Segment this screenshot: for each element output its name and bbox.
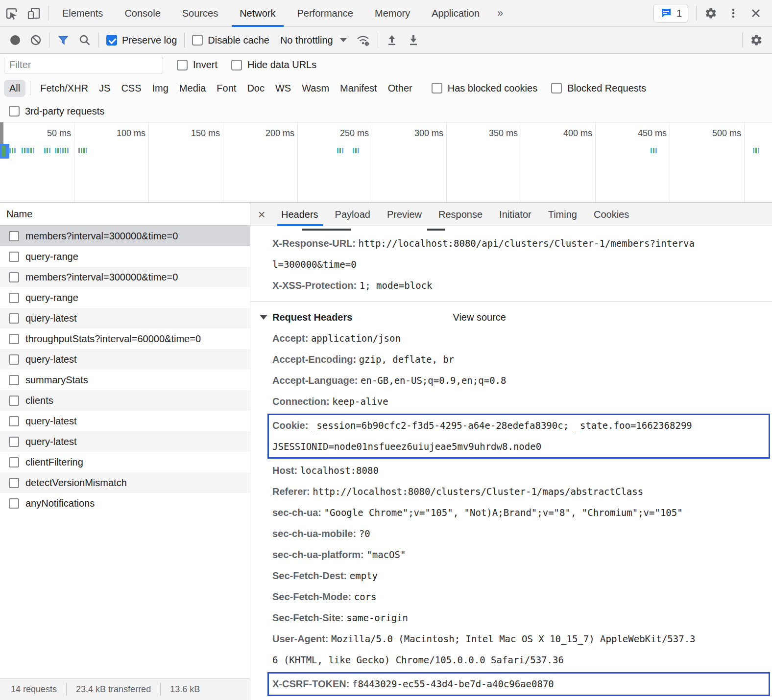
import-har-button[interactable] bbox=[381, 34, 403, 47]
request-row[interactable]: detectVersionMismatch bbox=[0, 472, 250, 493]
type-filter-all[interactable]: All bbox=[4, 80, 25, 97]
mark-dash bbox=[55, 148, 56, 153]
request-checkbox[interactable] bbox=[9, 375, 19, 385]
request-row[interactable]: summaryStats bbox=[0, 370, 250, 390]
type-filter-other[interactable]: Other bbox=[383, 80, 418, 97]
type-filter-wasm[interactable]: Wasm bbox=[296, 80, 335, 97]
has-blocked-cookies-checkbox[interactable] bbox=[432, 83, 442, 93]
request-checkbox[interactable] bbox=[9, 498, 19, 509]
details-tab-payload[interactable]: Payload bbox=[327, 203, 379, 226]
request-row[interactable]: query-range bbox=[0, 246, 250, 267]
main-tab-elements[interactable]: Elements bbox=[51, 0, 114, 27]
request-row[interactable]: query-latest bbox=[0, 349, 250, 370]
throttling-value: No throttling bbox=[280, 35, 333, 46]
throttling-dropdown[interactable]: No throttling bbox=[274, 35, 351, 46]
main-tab-network[interactable]: Network bbox=[229, 0, 286, 27]
device-toolbar-button[interactable] bbox=[23, 0, 45, 27]
waterfall-overview[interactable]: 50 ms100 ms150 ms200 ms250 ms300 ms350 m… bbox=[0, 122, 772, 203]
request-row[interactable]: members?interval=300000&time=0 bbox=[0, 267, 250, 287]
details-tab-response[interactable]: Response bbox=[430, 203, 491, 226]
type-filter-manifest[interactable]: Manifest bbox=[335, 80, 383, 97]
mark-dash bbox=[755, 148, 757, 153]
header-value: Mozilla/5.0 (Macintosh; Intel Mac OS X 1… bbox=[331, 633, 696, 644]
type-filter-img[interactable]: Img bbox=[147, 80, 174, 97]
request-row[interactable]: query-range bbox=[0, 287, 250, 308]
request-row[interactable]: query-latest bbox=[0, 411, 250, 431]
request-checkbox[interactable] bbox=[9, 334, 19, 344]
disable-cache-toggle[interactable]: Disable cache bbox=[188, 35, 274, 46]
request-row[interactable]: clients bbox=[0, 390, 250, 411]
main-tab-console[interactable]: Console bbox=[114, 0, 171, 27]
invert-toggle[interactable]: Invert bbox=[177, 59, 217, 70]
blocked-requests-checkbox[interactable] bbox=[551, 83, 562, 93]
request-row[interactable]: query-latest bbox=[0, 431, 250, 452]
disclosure-triangle-icon[interactable] bbox=[260, 315, 267, 320]
main-tab-performance[interactable]: Performance bbox=[287, 0, 364, 27]
clear-button[interactable] bbox=[25, 34, 46, 46]
request-checkbox[interactable] bbox=[9, 354, 19, 365]
name-column-header[interactable]: Name bbox=[0, 203, 250, 226]
request-row[interactable]: query-latest bbox=[0, 308, 250, 328]
main-tab-application[interactable]: Application bbox=[421, 0, 490, 27]
type-filter-media[interactable]: Media bbox=[174, 80, 211, 97]
header-value: gzip, deflate, br bbox=[359, 354, 454, 365]
hide-data-urls-checkbox[interactable] bbox=[231, 60, 242, 70]
close-devtools-button[interactable] bbox=[745, 0, 767, 27]
request-checkbox[interactable] bbox=[9, 231, 19, 241]
details-tab-initiator[interactable]: Initiator bbox=[491, 203, 540, 226]
request-checkbox[interactable] bbox=[9, 437, 19, 447]
filter-input[interactable] bbox=[4, 57, 163, 73]
request-checkbox[interactable] bbox=[9, 396, 19, 406]
inspect-element-button[interactable] bbox=[0, 0, 23, 27]
request-row[interactable]: throughputStats?interval=60000&time=0 bbox=[0, 328, 250, 349]
close-details-button[interactable]: × bbox=[250, 203, 273, 226]
third-party-checkbox[interactable] bbox=[9, 106, 20, 117]
details-tab-preview[interactable]: Preview bbox=[379, 203, 430, 226]
export-har-button[interactable] bbox=[403, 34, 424, 47]
request-checkbox[interactable] bbox=[9, 252, 19, 262]
blocked-requests-toggle[interactable]: Blocked Requests bbox=[551, 83, 646, 94]
settings-button[interactable] bbox=[700, 0, 722, 27]
invert-checkbox[interactable] bbox=[177, 60, 188, 70]
details-tab-cookies[interactable]: Cookies bbox=[585, 203, 637, 226]
request-checkbox[interactable] bbox=[9, 478, 19, 488]
divider bbox=[742, 33, 743, 47]
type-filter-js[interactable]: JS bbox=[94, 80, 116, 97]
preserve-log-checkbox[interactable] bbox=[106, 35, 117, 46]
record-button[interactable] bbox=[5, 34, 25, 46]
disable-cache-checkbox[interactable] bbox=[192, 35, 203, 46]
request-name: clientFiltering bbox=[25, 457, 83, 468]
type-filter-css[interactable]: CSS bbox=[116, 80, 146, 97]
hide-data-urls-toggle[interactable]: Hide data URLs bbox=[231, 59, 316, 70]
more-options-button[interactable] bbox=[722, 0, 745, 27]
more-tabs-button[interactable]: » bbox=[490, 7, 510, 20]
preserve-log-toggle[interactable]: Preserve log bbox=[102, 35, 181, 46]
network-settings-button[interactable] bbox=[746, 34, 767, 47]
header-x-response-url: X-Response-URL: http://localhost:8080/ap… bbox=[272, 233, 772, 275]
filter-toggle-button[interactable] bbox=[52, 34, 74, 47]
third-party-toggle[interactable]: 3rd-party requests bbox=[9, 106, 104, 117]
type-filter-font[interactable]: Font bbox=[211, 80, 241, 97]
request-checkbox[interactable] bbox=[9, 293, 19, 303]
request-row[interactable]: members?interval=300000&time=0 bbox=[0, 226, 250, 246]
type-filter-doc[interactable]: Doc bbox=[241, 80, 270, 97]
main-tab-sources[interactable]: Sources bbox=[171, 0, 229, 27]
type-filter-ws[interactable]: WS bbox=[270, 80, 296, 97]
details-tab-headers[interactable]: Headers bbox=[273, 203, 327, 226]
header-name: Sec-Fetch-Mode: bbox=[272, 591, 354, 602]
details-tab-timing[interactable]: Timing bbox=[540, 203, 585, 226]
has-blocked-cookies-toggle[interactable]: Has blocked cookies bbox=[432, 83, 537, 94]
type-filter-fetch-xhr[interactable]: Fetch/XHR bbox=[35, 80, 94, 97]
main-tab-memory[interactable]: Memory bbox=[364, 0, 421, 27]
view-source-link[interactable]: View source bbox=[453, 312, 506, 323]
search-button[interactable] bbox=[74, 34, 96, 47]
request-row[interactable]: anyNotifications bbox=[0, 493, 250, 513]
console-messages-badge[interactable]: 1 bbox=[653, 4, 688, 23]
network-conditions-button[interactable] bbox=[351, 33, 375, 47]
header-referer: Referer: http://localhost:8080/clusters/… bbox=[272, 481, 772, 502]
request-checkbox[interactable] bbox=[9, 416, 19, 426]
request-checkbox[interactable] bbox=[9, 313, 19, 324]
request-checkbox[interactable] bbox=[9, 272, 19, 282]
request-row[interactable]: clientFiltering bbox=[0, 452, 250, 472]
request-checkbox[interactable] bbox=[9, 457, 19, 467]
